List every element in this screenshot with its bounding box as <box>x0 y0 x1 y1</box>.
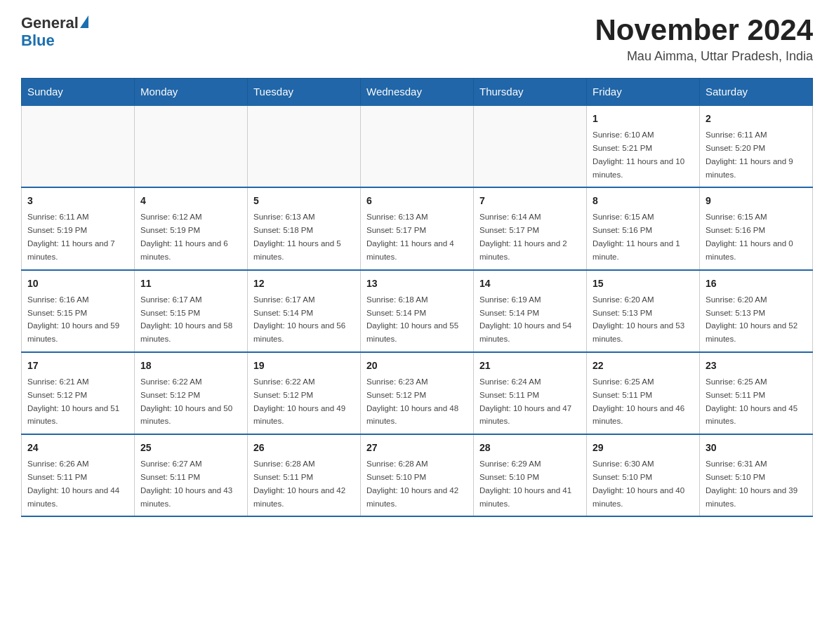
calendar-day-cell: 13Sunrise: 6:18 AM Sunset: 5:14 PM Dayli… <box>361 270 474 352</box>
calendar-day-cell: 8Sunrise: 6:15 AM Sunset: 5:16 PM Daylig… <box>587 187 700 269</box>
calendar-day-cell: 16Sunrise: 6:20 AM Sunset: 5:13 PM Dayli… <box>700 270 813 352</box>
calendar-day-cell: 17Sunrise: 6:21 AM Sunset: 5:12 PM Dayli… <box>22 352 135 434</box>
calendar-day-cell: 9Sunrise: 6:15 AM Sunset: 5:16 PM Daylig… <box>700 187 813 269</box>
day-info: Sunrise: 6:10 AM Sunset: 5:21 PM Dayligh… <box>593 130 684 178</box>
calendar-day-cell: 18Sunrise: 6:22 AM Sunset: 5:12 PM Dayli… <box>135 352 248 434</box>
day-of-week-header: Thursday <box>474 79 587 106</box>
day-info: Sunrise: 6:13 AM Sunset: 5:17 PM Dayligh… <box>366 213 454 260</box>
day-number: 30 <box>706 441 807 455</box>
calendar-header-row: SundayMondayTuesdayWednesdayThursdayFrid… <box>22 79 813 106</box>
logo-arrow-icon <box>80 15 88 28</box>
day-info: Sunrise: 6:22 AM Sunset: 5:12 PM Dayligh… <box>140 377 232 425</box>
day-number: 9 <box>706 194 807 208</box>
day-info: Sunrise: 6:27 AM Sunset: 5:11 PM Dayligh… <box>140 459 232 507</box>
day-number: 14 <box>479 276 581 291</box>
logo-blue-text: Blue <box>21 32 88 49</box>
calendar-day-cell <box>22 105 135 187</box>
day-info: Sunrise: 6:24 AM Sunset: 5:11 PM Dayligh… <box>479 377 571 425</box>
calendar-week-row: 17Sunrise: 6:21 AM Sunset: 5:12 PM Dayli… <box>22 352 813 434</box>
calendar-day-cell: 19Sunrise: 6:22 AM Sunset: 5:12 PM Dayli… <box>248 352 361 434</box>
calendar-day-cell: 6Sunrise: 6:13 AM Sunset: 5:17 PM Daylig… <box>361 187 474 269</box>
day-info: Sunrise: 6:29 AM Sunset: 5:10 PM Dayligh… <box>479 459 571 507</box>
calendar-day-cell <box>248 105 361 187</box>
day-info: Sunrise: 6:15 AM Sunset: 5:16 PM Dayligh… <box>593 213 680 260</box>
day-info: Sunrise: 6:16 AM Sunset: 5:15 PM Dayligh… <box>27 295 119 343</box>
day-number: 6 <box>366 194 468 208</box>
day-number: 7 <box>479 194 581 208</box>
day-number: 23 <box>706 358 807 373</box>
day-number: 20 <box>366 358 468 373</box>
day-info: Sunrise: 6:28 AM Sunset: 5:10 PM Dayligh… <box>366 459 458 507</box>
day-info: Sunrise: 6:22 AM Sunset: 5:12 PM Dayligh… <box>253 377 345 425</box>
day-info: Sunrise: 6:18 AM Sunset: 5:14 PM Dayligh… <box>366 295 458 343</box>
day-info: Sunrise: 6:11 AM Sunset: 5:20 PM Dayligh… <box>706 130 793 178</box>
day-number: 4 <box>140 194 241 208</box>
day-of-week-header: Monday <box>135 79 248 106</box>
calendar-day-cell: 5Sunrise: 6:13 AM Sunset: 5:18 PM Daylig… <box>248 187 361 269</box>
day-number: 24 <box>27 441 128 455</box>
calendar-week-row: 10Sunrise: 6:16 AM Sunset: 5:15 PM Dayli… <box>22 270 813 352</box>
day-number: 11 <box>140 276 241 291</box>
day-number: 2 <box>706 112 807 126</box>
calendar-day-cell: 1Sunrise: 6:10 AM Sunset: 5:21 PM Daylig… <box>587 105 700 187</box>
day-info: Sunrise: 6:25 AM Sunset: 5:11 PM Dayligh… <box>593 377 684 425</box>
day-info: Sunrise: 6:12 AM Sunset: 5:19 PM Dayligh… <box>140 213 228 260</box>
calendar-day-cell <box>474 105 587 187</box>
calendar-day-cell <box>361 105 474 187</box>
calendar-day-cell: 21Sunrise: 6:24 AM Sunset: 5:11 PM Dayli… <box>474 352 587 434</box>
day-of-week-header: Friday <box>587 79 700 106</box>
day-number: 27 <box>366 441 468 455</box>
day-number: 21 <box>479 358 581 373</box>
calendar-day-cell: 26Sunrise: 6:28 AM Sunset: 5:11 PM Dayli… <box>248 434 361 516</box>
calendar-day-cell: 24Sunrise: 6:26 AM Sunset: 5:11 PM Dayli… <box>22 434 135 516</box>
day-info: Sunrise: 6:26 AM Sunset: 5:11 PM Dayligh… <box>27 459 119 507</box>
day-info: Sunrise: 6:30 AM Sunset: 5:10 PM Dayligh… <box>593 459 684 507</box>
day-number: 10 <box>27 276 128 291</box>
day-info: Sunrise: 6:25 AM Sunset: 5:11 PM Dayligh… <box>706 377 797 425</box>
calendar-day-cell: 20Sunrise: 6:23 AM Sunset: 5:12 PM Dayli… <box>361 352 474 434</box>
day-number: 13 <box>366 276 468 291</box>
day-number: 26 <box>253 441 355 455</box>
page-header: General Blue November 2024 Mau Aimma, Ut… <box>21 14 813 64</box>
calendar-day-cell: 23Sunrise: 6:25 AM Sunset: 5:11 PM Dayli… <box>700 352 813 434</box>
calendar-day-cell: 29Sunrise: 6:30 AM Sunset: 5:10 PM Dayli… <box>587 434 700 516</box>
day-info: Sunrise: 6:28 AM Sunset: 5:11 PM Dayligh… <box>253 459 345 507</box>
day-number: 25 <box>140 441 241 455</box>
calendar-table: SundayMondayTuesdayWednesdayThursdayFrid… <box>21 78 813 517</box>
calendar-day-cell: 7Sunrise: 6:14 AM Sunset: 5:17 PM Daylig… <box>474 187 587 269</box>
calendar-day-cell: 27Sunrise: 6:28 AM Sunset: 5:10 PM Dayli… <box>361 434 474 516</box>
day-number: 3 <box>27 194 128 208</box>
day-number: 22 <box>593 358 694 373</box>
logo: General Blue <box>21 14 88 50</box>
calendar-day-cell: 3Sunrise: 6:11 AM Sunset: 5:19 PM Daylig… <box>22 187 135 269</box>
day-info: Sunrise: 6:17 AM Sunset: 5:14 PM Dayligh… <box>253 295 345 343</box>
day-number: 12 <box>253 276 355 291</box>
day-number: 17 <box>27 358 128 373</box>
day-info: Sunrise: 6:11 AM Sunset: 5:19 PM Dayligh… <box>27 213 115 260</box>
calendar-day-cell: 11Sunrise: 6:17 AM Sunset: 5:15 PM Dayli… <box>135 270 248 352</box>
calendar-day-cell: 14Sunrise: 6:19 AM Sunset: 5:14 PM Dayli… <box>474 270 587 352</box>
calendar-day-cell: 25Sunrise: 6:27 AM Sunset: 5:11 PM Dayli… <box>135 434 248 516</box>
day-info: Sunrise: 6:20 AM Sunset: 5:13 PM Dayligh… <box>593 295 684 343</box>
day-number: 8 <box>593 194 694 208</box>
day-info: Sunrise: 6:20 AM Sunset: 5:13 PM Dayligh… <box>706 295 797 343</box>
calendar-day-cell: 30Sunrise: 6:31 AM Sunset: 5:10 PM Dayli… <box>700 434 813 516</box>
day-info: Sunrise: 6:31 AM Sunset: 5:10 PM Dayligh… <box>706 459 797 507</box>
month-title: November 2024 <box>595 14 813 46</box>
calendar-day-cell: 2Sunrise: 6:11 AM Sunset: 5:20 PM Daylig… <box>700 105 813 187</box>
title-area: November 2024 Mau Aimma, Uttar Pradesh, … <box>595 14 813 64</box>
calendar-week-row: 24Sunrise: 6:26 AM Sunset: 5:11 PM Dayli… <box>22 434 813 516</box>
day-info: Sunrise: 6:14 AM Sunset: 5:17 PM Dayligh… <box>479 213 567 260</box>
day-number: 1 <box>593 112 694 126</box>
day-info: Sunrise: 6:15 AM Sunset: 5:16 PM Dayligh… <box>706 213 793 260</box>
calendar-day-cell: 28Sunrise: 6:29 AM Sunset: 5:10 PM Dayli… <box>474 434 587 516</box>
day-number: 19 <box>253 358 355 373</box>
day-of-week-header: Sunday <box>22 79 135 106</box>
calendar-day-cell: 15Sunrise: 6:20 AM Sunset: 5:13 PM Dayli… <box>587 270 700 352</box>
logo-general-text: General <box>21 14 79 32</box>
day-of-week-header: Wednesday <box>361 79 474 106</box>
day-info: Sunrise: 6:13 AM Sunset: 5:18 PM Dayligh… <box>253 213 341 260</box>
calendar-day-cell: 22Sunrise: 6:25 AM Sunset: 5:11 PM Dayli… <box>587 352 700 434</box>
day-number: 18 <box>140 358 241 373</box>
day-info: Sunrise: 6:21 AM Sunset: 5:12 PM Dayligh… <box>27 377 119 425</box>
